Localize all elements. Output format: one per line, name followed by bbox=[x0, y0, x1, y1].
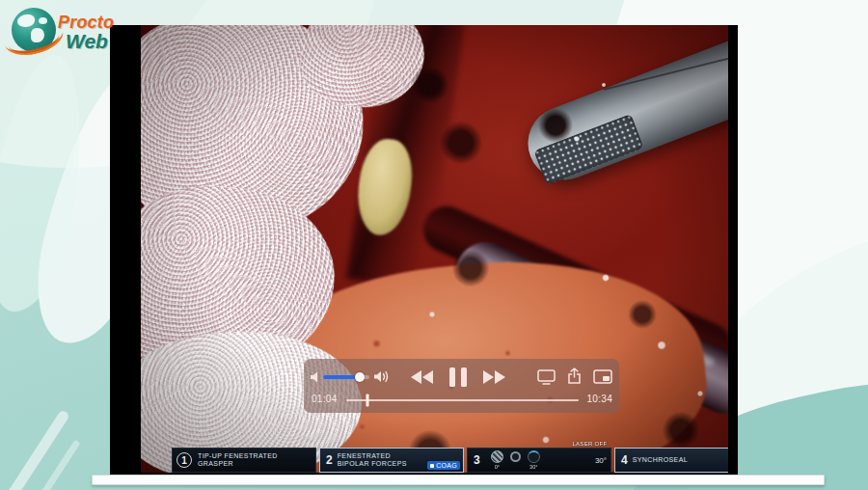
pause-button[interactable] bbox=[449, 368, 467, 387]
volume-knob[interactable] bbox=[355, 372, 365, 382]
picture-in-picture-icon[interactable] bbox=[593, 369, 612, 384]
volume-high-icon[interactable] bbox=[373, 369, 391, 384]
window-bottom-bar bbox=[92, 475, 825, 485]
pedal-icon bbox=[430, 464, 434, 468]
current-time: 01:04 bbox=[312, 394, 338, 404]
share-icon[interactable] bbox=[567, 368, 582, 385]
instrument-panel-1: 1 TIP-UP FENESTRATED GRASPER bbox=[172, 448, 316, 473]
duration-time: 10:34 bbox=[586, 394, 612, 404]
volume-slider[interactable] bbox=[323, 375, 369, 379]
arm-number: 2 bbox=[326, 453, 333, 467]
background-decoration bbox=[0, 409, 70, 490]
video-player: 1 TIP-UP FENESTRATED GRASPER 2 FENESTRAT… bbox=[110, 25, 738, 475]
scope-angle-value: 30° bbox=[595, 456, 607, 465]
arm-number: 3 bbox=[474, 453, 480, 467]
scope-angle-icon bbox=[528, 450, 540, 463]
instrument-panel-3: 3 0° 30° LASER OFF 30° bbox=[467, 448, 611, 473]
rewind-button[interactable] bbox=[411, 370, 433, 384]
coag-energy-badge: COAG bbox=[427, 461, 460, 470]
instrument-name: SYNCHROSEAL bbox=[633, 456, 688, 464]
instrument-status-bar: 1 TIP-UP FENESTRATED GRASPER 2 FENESTRAT… bbox=[172, 448, 728, 473]
progress-bar[interactable] bbox=[346, 399, 579, 401]
volume-low-icon[interactable] bbox=[310, 370, 322, 384]
arm-number-badge: 1 bbox=[176, 452, 192, 468]
endoscope-icons: 0° 30° bbox=[491, 450, 540, 470]
fast-forward-button[interactable] bbox=[483, 370, 505, 384]
instrument-name: TIP-UP FENESTRATED GRASPER bbox=[198, 452, 312, 469]
laser-status-label: LASER OFF bbox=[572, 441, 607, 447]
brand-word-bottom: Web bbox=[66, 30, 108, 53]
video-surface[interactable]: 1 TIP-UP FENESTRATED GRASPER 2 FENESTRAT… bbox=[141, 25, 728, 473]
scope-lens-icon bbox=[491, 450, 503, 463]
instrument-panel-4: 4 SYNCHROSEAL SYNC SEAL bbox=[614, 448, 728, 473]
arm-number: 4 bbox=[621, 453, 628, 467]
instrument-panel-2: 2 FENESTRATED BIPOLAR FORCEPS COAG bbox=[319, 448, 464, 473]
display-airplay-icon[interactable] bbox=[537, 369, 556, 385]
proctoweb-logo: Procto Web bbox=[8, 4, 133, 64]
progress-playhead[interactable] bbox=[366, 395, 368, 407]
video-controls-overlay: 01:04 10:34 bbox=[304, 359, 619, 413]
scope-horizon-icon bbox=[510, 451, 521, 462]
instrument-name: FENESTRATED BIPOLAR FORCEPS bbox=[338, 452, 407, 469]
